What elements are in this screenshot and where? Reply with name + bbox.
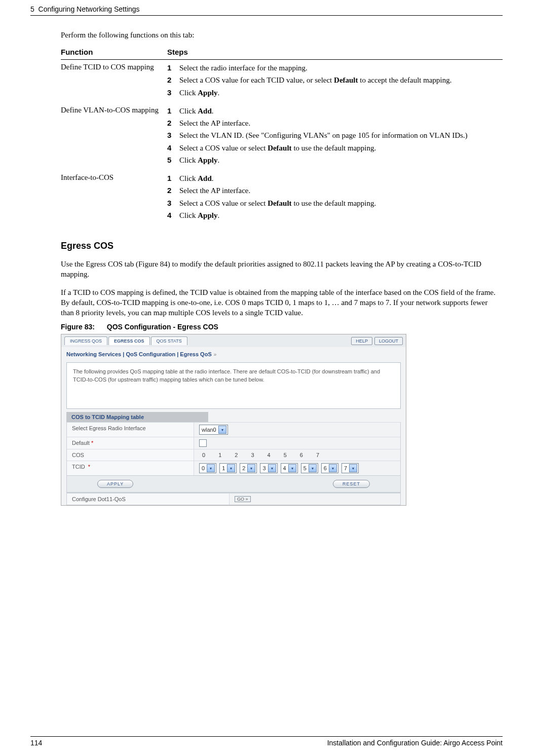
cos-header: 3 [251, 452, 254, 458]
figure-caption: Figure 83: QOS Configuration - Egress CO… [61, 323, 503, 331]
figure-label: Figure 83: [61, 323, 95, 331]
row-tcid-label: TCID * [67, 461, 194, 475]
tab-ingress-qos[interactable]: INGRESS QOS [64, 336, 107, 345]
logout-button[interactable]: LOGOUT [374, 337, 403, 345]
step-item: Select a COS value for each TCID value, … [167, 75, 503, 85]
tcid-select[interactable]: 7▾ [341, 463, 359, 473]
cos-header: 0 [202, 452, 205, 458]
breadcrumb: Networking Services | QoS Configuration … [61, 347, 406, 359]
tcid-select[interactable]: 4▾ [281, 463, 298, 473]
chevron-down-icon: ▾ [309, 464, 317, 472]
breadcrumb-arrow-icon: » [214, 352, 217, 357]
page-footer: 114 Installation and Configuration Guide… [30, 736, 503, 747]
cos-header: 5 [284, 452, 287, 458]
footer-title: Installation and Configuration Guide: Ai… [327, 739, 503, 747]
page-number: 114 [30, 739, 42, 747]
interface-select[interactable]: wlan0 ▾ [199, 425, 228, 435]
egress-p1: Use the Egress COS tab (Figure 84) to mo… [61, 259, 503, 280]
chevron-down-icon: ▾ [247, 464, 255, 472]
step-item: Select a COS value or select Default to … [167, 143, 503, 153]
tcid-select[interactable]: 5▾ [301, 463, 318, 473]
step-item: Select the VLAN ID. (See "Configuring VL… [167, 130, 503, 140]
help-button[interactable]: HELP [351, 337, 372, 345]
chevron-down-icon: ▾ [227, 464, 235, 472]
egress-cos-heading: Egress COS [61, 241, 503, 251]
description-panel: The following provides QoS mapping table… [66, 362, 401, 409]
tcid-select[interactable]: 6▾ [321, 463, 338, 473]
chevron-down-icon: ▾ [268, 464, 276, 472]
step-item: Click Add. [167, 106, 503, 116]
cos-header: 1 [218, 452, 221, 458]
tcid-select[interactable]: 0▾ [199, 463, 216, 473]
functions-table: Function Steps Define TCID to COS mappin… [61, 45, 503, 225]
step-item: Click Apply. [167, 88, 503, 98]
chapter-title: Configuring Networking Settings [39, 5, 140, 13]
chevron-down-icon: ▾ [288, 464, 296, 472]
step-item: Click Add. [167, 173, 503, 183]
tcid-select[interactable]: 1▾ [219, 463, 237, 473]
figure-title: QOS Configuration - Egress COS [107, 323, 218, 331]
screenshot: INGRESS QOSEGRESS COSQOS STATS HELP LOGO… [61, 334, 406, 506]
step-item: Click Apply. [167, 155, 503, 165]
row-select-interface-label: Select Egress Radio Interface [67, 423, 194, 437]
cos-header: 6 [300, 452, 303, 458]
default-checkbox[interactable] [199, 439, 207, 447]
function-name: Define TCID to COS mapping [61, 60, 167, 103]
tab-egress-cos[interactable]: EGRESS COS [108, 336, 150, 345]
tcid-select[interactable]: 3▾ [260, 463, 277, 473]
step-item: Select a COS value or select Default to … [167, 198, 503, 208]
col-steps: Steps [167, 45, 503, 60]
reset-button[interactable]: RESET [333, 480, 370, 488]
cos-header: 2 [235, 452, 238, 458]
cos-header-row: 01234567 [199, 452, 319, 458]
row-cos-label: COS [67, 449, 194, 461]
go-button[interactable]: GO » [235, 496, 251, 502]
tcid-select-row: 0▾1▾2▾3▾4▾5▾6▾7▾ [199, 463, 359, 473]
function-name: Interface-to-COS [61, 170, 167, 225]
col-function: Function [61, 45, 167, 60]
chevron-down-icon: ▾ [218, 426, 226, 434]
step-item: Select the radio interface for the mappi… [167, 63, 503, 73]
mapping-table: Select Egress Radio Interface wlan0 ▾ De… [66, 422, 401, 476]
tab-bar: INGRESS QOSEGRESS COSQOS STATS [64, 336, 187, 345]
intro-text: Perform the following functions on this … [61, 31, 503, 40]
mapping-table-title: COS to TCID Mapping table [66, 412, 208, 422]
cos-header: 7 [316, 452, 319, 458]
cos-header: 4 [268, 452, 271, 458]
chevron-down-icon: ▾ [207, 464, 215, 472]
tab-qos-stats[interactable]: QOS STATS [151, 336, 187, 345]
row-default-label: Default * [67, 437, 194, 449]
chapter-number: 5 [30, 5, 34, 13]
egress-p2: If a TCID to COS mapping is defined, the… [61, 287, 503, 318]
step-item: Click Apply. [167, 210, 503, 220]
tcid-select[interactable]: 2▾ [240, 463, 257, 473]
page-header: 5 Configuring Networking Settings [30, 5, 503, 16]
step-item: Select the AP interface. [167, 118, 503, 128]
function-name: Define VLAN-to-COS mapping [61, 103, 167, 170]
chevron-down-icon: ▾ [349, 464, 357, 472]
chevron-down-icon: ▾ [329, 464, 337, 472]
configure-dot11-label: Configure Dot11-QoS [67, 494, 230, 505]
apply-button[interactable]: APPLY [97, 480, 133, 488]
step-item: Select the AP interface. [167, 185, 503, 196]
